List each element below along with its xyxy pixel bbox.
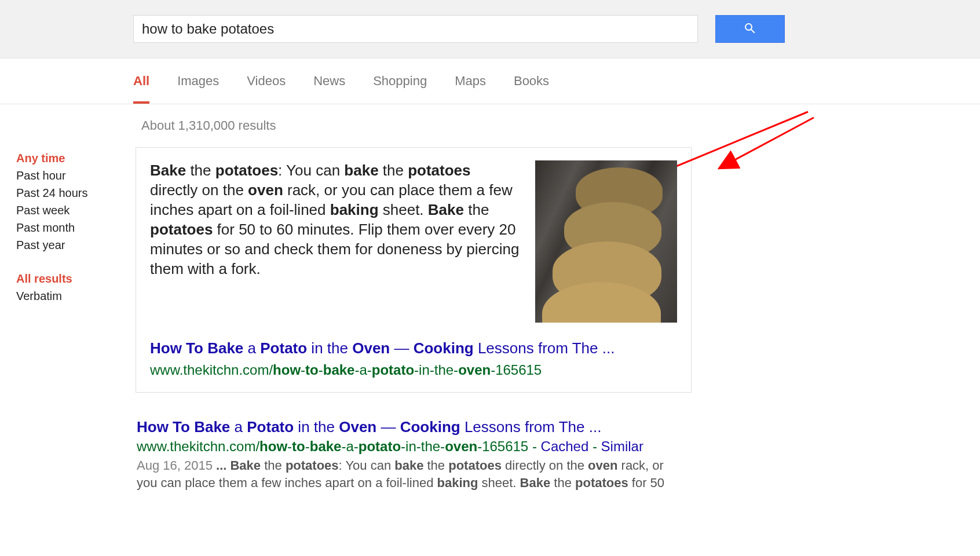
organic-result: How To Bake a Potato in the Oven — Cooki… [137,418,687,491]
time-filter-past-year[interactable]: Past year [16,236,133,254]
time-filter-past-week[interactable]: Past week [16,202,133,219]
tab-images[interactable]: Images [177,58,219,104]
featured-result-title[interactable]: How To Bake a Potato in the Oven — Cooki… [150,339,677,357]
separator: - [588,438,601,454]
organic-result-snippet: Aug 16, 2015 ... Bake the potatoes: You … [137,457,687,491]
tab-all[interactable]: All [133,58,149,104]
time-filter-any[interactable]: Any time [16,149,133,167]
search-tabs-bar: AllImagesVideosNewsShoppingMapsBooks [0,58,980,104]
separator: - [528,438,540,454]
time-filter-past-24-hours[interactable]: Past 24 hours [16,184,133,202]
results-filter-verbatim[interactable]: Verbatim [16,287,133,305]
result-stats: About 1,310,000 results [141,118,828,133]
tab-maps[interactable]: Maps [455,58,486,104]
cached-link[interactable]: Cached [541,438,589,454]
time-filter-past-hour[interactable]: Past hour [16,167,133,184]
time-filter-past-month[interactable]: Past month [16,219,133,236]
tab-news[interactable]: News [313,58,345,104]
results-filter-group: All results Verbatim [16,270,133,305]
featured-result-cite: www.thekitchn.com/how-to-bake-a-potato-i… [150,361,677,379]
featured-snippet-box: Bake the potatoes: You can bake the pota… [136,147,692,393]
search-button[interactable] [715,15,785,43]
organic-result-cite: www.thekitchn.com/how-to-bake-a-potato-i… [137,438,687,455]
similar-link[interactable]: Similar [601,438,643,454]
search-header [0,0,980,58]
time-filter-group: Any time Past hourPast 24 hoursPast week… [16,149,133,254]
tab-books[interactable]: Books [514,58,549,104]
tab-videos[interactable]: Videos [247,58,286,104]
results-filter-all[interactable]: All results [16,270,133,287]
tab-shopping[interactable]: Shopping [373,58,427,104]
search-input[interactable] [133,15,698,43]
search-tools-sidebar: Any time Past hourPast 24 hoursPast week… [0,104,133,491]
featured-snippet-text: Bake the potatoes: You can bake the pota… [150,160,521,323]
organic-result-title[interactable]: How To Bake a Potato in the Oven — Cooki… [137,418,687,436]
search-icon [743,21,757,37]
featured-snippet-image[interactable] [535,160,677,323]
